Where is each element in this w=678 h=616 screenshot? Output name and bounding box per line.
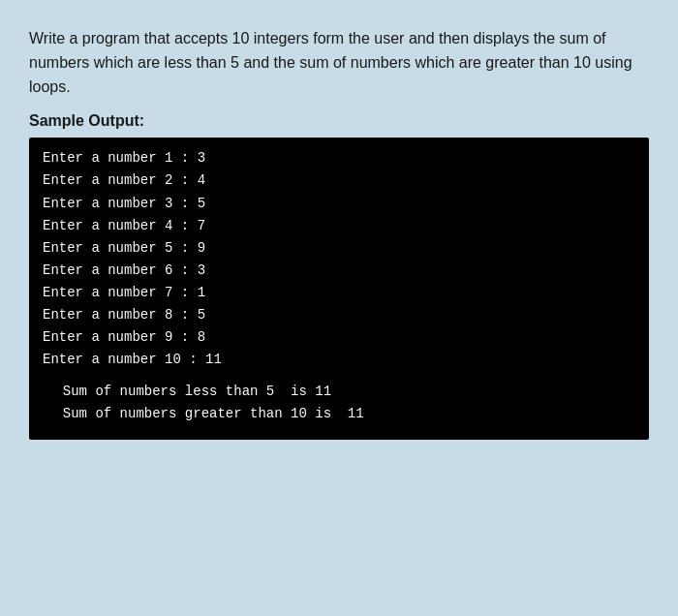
terminal-line-7: Enter a number 7 : 1 — [43, 282, 635, 304]
terminal-line-1: Enter a number 1 : 3 — [43, 147, 635, 169]
description-text: Write a program that accepts 10 integers… — [29, 27, 649, 99]
terminal-box: Enter a number 1 : 3 Enter a number 2 : … — [29, 138, 649, 439]
terminal-line-6: Enter a number 6 : 3 — [43, 260, 635, 282]
terminal-line-5: Enter a number 5 : 9 — [43, 237, 635, 260]
terminal-line-10: Enter a number 10 : 11 — [43, 349, 635, 371]
terminal-line-9: Enter a number 9 : 8 — [43, 326, 635, 349]
page-container: Write a program that accepts 10 integers… — [0, 0, 678, 616]
terminal-line-4: Enter a number 4 : 7 — [43, 215, 635, 237]
terminal-line-3: Enter a number 3 : 5 — [43, 193, 635, 215]
terminal-summary-2: Sum of numbers greater than 10 is 11 — [46, 403, 635, 425]
terminal-line-8: Enter a number 8 : 5 — [43, 304, 635, 326]
terminal-spacer — [43, 371, 635, 381]
sample-output-label: Sample Output: — [29, 112, 649, 130]
terminal-summary-1: Sum of numbers less than 5 is 11 — [46, 381, 635, 403]
terminal-line-2: Enter a number 2 : 4 — [43, 169, 635, 192]
